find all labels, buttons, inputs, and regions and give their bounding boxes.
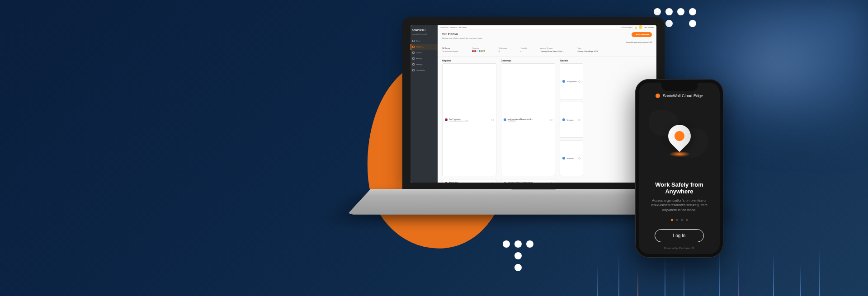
summary-label: Tunnels — [520, 47, 527, 49]
downloads-icon — [412, 69, 415, 71]
phone-logo-icon — [656, 94, 660, 98]
sidebar-item-settings[interactable]: Settings — [410, 61, 438, 67]
tunnel-card[interactable]: TestsystemA — [560, 63, 583, 99]
gateway-ip: 15.237.84.40 — [508, 120, 533, 122]
summary-tunnels: Tunnels 4 — [520, 47, 527, 52]
user-name: Test Identity — [644, 26, 654, 28]
summary-label: Gateways — [499, 47, 507, 49]
page-dot[interactable] — [686, 219, 688, 221]
login-button[interactable]: Log In — [655, 229, 704, 242]
page-dot[interactable] — [671, 219, 673, 221]
gateway-card[interactable]: sedemo-ne18p7sk4edge.perim… 3.126.71.53 — [501, 179, 555, 183]
sidebar-item-label: Team — [416, 40, 420, 42]
phone-app-header: SonicWall Cloud Edge — [656, 94, 703, 98]
gateway-card[interactable]: sedemo-sfwest81gw.perim-d… 15.237.84.40 — [501, 63, 555, 176]
summary-value: #Demo, CloudEdge, FTW — [577, 50, 598, 52]
phone-footer: Powered by Perimeter 81 — [664, 247, 695, 249]
tunnel-icon — [562, 157, 565, 160]
region-name: Amsterdam — [449, 181, 470, 183]
gateway-name: sedemo-ne18p7sk4edge.perim… — [508, 181, 534, 183]
brand-logo: SONICWALL — [410, 27, 438, 33]
region-row: Amsterdam sedemo-a30kp.cloudfront.net:20… — [438, 179, 656, 183]
brand-tagline: powered by Perimeter 81 — [410, 33, 438, 38]
pagination-dots[interactable] — [671, 219, 688, 221]
gateway-icon — [504, 118, 506, 121]
settings-icon — [412, 63, 415, 66]
location-pin-icon — [668, 125, 691, 154]
card-menu-icon[interactable] — [578, 119, 580, 121]
sidebar-item-team[interactable]: Team — [410, 38, 438, 44]
page-dot[interactable] — [676, 219, 678, 221]
card-menu-icon[interactable] — [550, 119, 552, 121]
sidebar-item-label: Downloads — [416, 69, 425, 71]
region-host: sonicw-a30kp.cloudfront.net:20… — [449, 120, 469, 122]
sidebar-item-devices[interactable]: Devices — [410, 50, 438, 56]
page-title: SE Demo — [442, 32, 482, 36]
page-subtitle: Manage and edit the network for your tea… — [442, 37, 482, 39]
phone-device: SonicWall Cloud Edge Work Safely from An… — [635, 79, 723, 258]
column-headers: Regions Gateways Tunnels — [438, 56, 656, 63]
avatar[interactable] — [639, 25, 642, 29]
breadcrumb[interactable]: SonicWall › Networks › SE Demo — [440, 26, 467, 28]
devices-icon — [412, 52, 415, 54]
sidebar-item-label: Activity — [416, 57, 422, 60]
page-header: SE Demo Manage and edit the network for … — [438, 29, 656, 41]
summary-tags: Tags #Demo, CloudEdge, FTW — [577, 47, 598, 52]
tunnel-card[interactable]: Testplatz — [560, 140, 583, 176]
help-link[interactable]: ⊙ Need Help? — [621, 26, 633, 28]
laptop-screen: SONICWALL powered by Perimeter 81 Team N… — [410, 25, 656, 183]
flag-icon — [445, 118, 448, 121]
phone-heading: Work Safely from Anywhere — [645, 181, 713, 195]
card-menu-icon[interactable] — [578, 80, 580, 83]
laptop-device: SONICWALL powered by Perimeter 81 Team N… — [402, 17, 665, 211]
tunnel-name: Testsuite — [566, 119, 574, 121]
summary-label: Access Groups — [540, 47, 564, 49]
app-topbar: SonicWall › Networks › SE Demo ⊙ Need He… — [438, 25, 656, 29]
phone-app-name: SonicWall Cloud Edge — [663, 94, 703, 98]
sidebar-item-downloads[interactable]: Downloads — [410, 67, 438, 73]
column-regions: Regions — [442, 59, 496, 62]
summary-value: 6 — [499, 50, 507, 52]
region-card[interactable]: Amsterdam sedemo-a30kp.cloudfront.net:20… — [442, 179, 496, 183]
available-licenses: Available gateway licenses 2/10 — [438, 41, 656, 45]
region-card[interactable]: San Francisco sonicw-a30kp.cloudfront.ne… — [442, 63, 496, 176]
phone-illustration — [645, 103, 713, 177]
card-menu-icon[interactable] — [578, 157, 580, 160]
sidebar-item-networks[interactable]: Networks — [410, 44, 438, 50]
card-menu-icon[interactable] — [550, 182, 552, 183]
sidebar-item-activity[interactable]: Activity — [410, 56, 438, 61]
add-gateway-button[interactable]: + ADD GATEWAY — [632, 32, 652, 37]
laptop-bezel: SONICWALL powered by Perimeter 81 Team N… — [402, 17, 665, 189]
region-flags — [472, 50, 485, 52]
phone-notch — [661, 83, 698, 91]
tunnel-icon — [562, 118, 565, 121]
column-gateways: Gateways — [501, 59, 555, 62]
sidebar-item-label: Networks — [416, 46, 424, 48]
gateway-icon — [504, 182, 506, 183]
tunnel-icon — [562, 80, 565, 83]
column-tunnels: Tunnels — [560, 59, 596, 62]
notifications-icon[interactable]: 🔔 — [635, 26, 637, 28]
help-label: Need Help? — [623, 26, 633, 28]
card-menu-icon[interactable] — [491, 119, 494, 121]
tunnel-card[interactable]: Testsuite — [560, 102, 583, 138]
summary-regions: Regions — [472, 47, 485, 52]
summary-access-groups: Access Groups Training Demo Users, SE's… — [540, 47, 564, 52]
tunnel-stack: TestsystemA Testsuite Testplatz — [560, 63, 583, 176]
summary-sub: Your default network — [442, 50, 458, 52]
phone-description: Access organization's on-premise or clou… — [645, 198, 713, 213]
summary-value: Training Demo Users, SE's… — [540, 50, 564, 52]
card-menu-icon[interactable] — [491, 182, 494, 183]
page-dot[interactable] — [681, 219, 683, 221]
flag-icon — [445, 182, 448, 183]
phone-screen: SonicWall Cloud Edge Work Safely from An… — [639, 83, 720, 254]
gateway-name: sedemo-sfwest81gw.perim-d… — [508, 118, 533, 120]
network-summary-row: SE Demo Your default network Regions Gat… — [438, 45, 656, 56]
networks-icon — [412, 46, 415, 48]
summary-gateways: Gateways 6 — [499, 47, 507, 52]
activity-icon — [412, 57, 415, 60]
app-main: SonicWall › Networks › SE Demo ⊙ Need He… — [438, 25, 656, 183]
dots-pattern-bottom-center — [503, 240, 533, 271]
tunnel-name: Testplatz — [566, 157, 574, 160]
tunnel-name: TestsystemA — [566, 80, 577, 83]
